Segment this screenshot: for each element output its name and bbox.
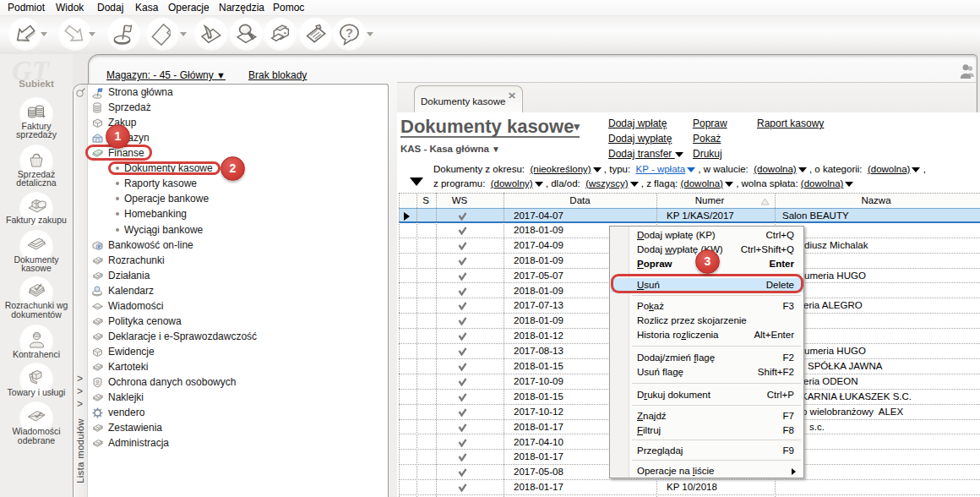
- svg-text:?: ?: [346, 26, 353, 40]
- svg-text:e: e: [98, 243, 101, 249]
